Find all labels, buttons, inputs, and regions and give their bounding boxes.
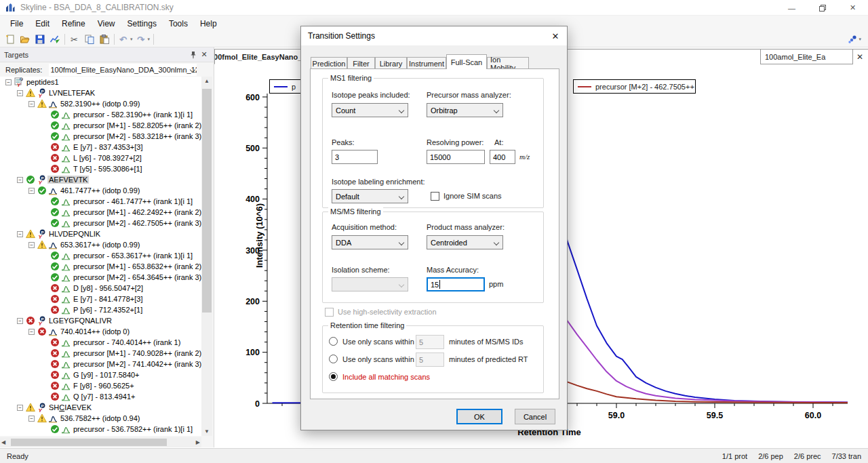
tree-row[interactable]: −PYLVNELTEFAK: [0, 87, 202, 98]
ok-button[interactable]: OK: [456, 409, 502, 424]
tree-row[interactable]: P [y6] - 712.4352+[1]: [0, 304, 202, 315]
new-document-icon[interactable]: [3, 33, 18, 46]
tree-row[interactable]: E [y7] - 837.4353+[3]: [0, 142, 202, 153]
share-caret-icon[interactable]: ▾: [859, 37, 861, 42]
product-analyzer-dropdown[interactable]: Centroided: [427, 235, 503, 249]
redo-icon[interactable]: ↷: [134, 33, 149, 46]
ignore-sim-checkbox[interactable]: [431, 192, 439, 201]
menu-item-settings[interactable]: Settings: [121, 16, 163, 31]
tree-row[interactable]: −536.7582++ (idotp 0.94): [0, 413, 202, 424]
expander-icon[interactable]: −: [17, 90, 23, 96]
redo-caret-icon[interactable]: ▾: [148, 37, 151, 42]
tree-row[interactable]: precursor [M+2] - 583.3218++ (irank 3): [0, 131, 202, 142]
dialog-tab-filter[interactable]: Filter: [347, 57, 375, 69]
dialog-tab-full-scan[interactable]: Full-Scan: [446, 54, 487, 69]
rt-all-scans-radio[interactable]: [329, 372, 338, 381]
tree-row[interactable]: −PYLGEYGFQNALIVR: [0, 315, 202, 326]
targets-close-icon[interactable]: ✕: [199, 49, 210, 60]
tree-row[interactable]: −461.7477++ (idotp 0.99): [0, 185, 202, 196]
import-results-icon[interactable]: [47, 33, 62, 46]
tree-row[interactable]: precursor [M+1] - 740.9028++ (irank 2): [0, 348, 202, 359]
acquisition-method-dropdown[interactable]: DDA: [332, 235, 408, 249]
tree-row[interactable]: precursor - 740.4014++ (irank 1): [0, 337, 202, 348]
scroll-left-icon[interactable]: ◀: [1, 439, 5, 445]
menu-item-refine[interactable]: Refine: [56, 16, 92, 31]
close-button[interactable]: ✕: [837, 0, 868, 16]
restore-button[interactable]: [807, 0, 837, 16]
minimize-button[interactable]: ―: [776, 0, 807, 16]
resolving-power-input[interactable]: 15000: [427, 150, 485, 164]
open-file-icon[interactable]: [18, 33, 33, 46]
tree-row[interactable]: precursor - 582.3190++ (irank 1)[i 1]: [0, 109, 202, 120]
menu-item-tools[interactable]: Tools: [163, 16, 194, 31]
expander-icon[interactable]: −: [5, 79, 12, 85]
tree-row[interactable]: precursor - 653.3617++ (irank 1)[i 1]: [0, 250, 202, 261]
tree-row[interactable]: D [y8] - 956.5047+[2]: [0, 283, 202, 294]
menu-item-file[interactable]: File: [4, 16, 29, 31]
expander-icon[interactable]: −: [17, 231, 23, 237]
tree-row[interactable]: precursor - 461.7477++ (irank 1)[i 1]: [0, 196, 202, 207]
tree-row[interactable]: L [y6] - 708.3927+[2]: [0, 153, 202, 163]
scroll-thumb[interactable]: [202, 89, 212, 313]
scroll-right-icon[interactable]: ▶: [196, 439, 200, 445]
replicates-dropdown[interactable]: 100fmol_Elite_EasyNano_DDA_300nlmn_12: [49, 64, 197, 76]
cancel-button[interactable]: Cancel: [515, 409, 555, 424]
rt-msms-ids-radio[interactable]: [329, 337, 338, 346]
tree-row[interactable]: precursor [M+1] - 462.2492++ (irank 2): [0, 207, 202, 218]
precursor-analyzer-dropdown[interactable]: Orbitrap: [427, 103, 503, 117]
tree-row[interactable]: F [y8] - 960.5625+: [0, 380, 202, 391]
copy-icon[interactable]: [82, 33, 97, 46]
at-mz-input[interactable]: 400: [490, 150, 515, 164]
scroll-down-icon[interactable]: ▼: [204, 428, 210, 435]
tree-row[interactable]: −740.4014++ (idotp 0): [0, 326, 202, 337]
tree-row[interactable]: precursor - 536.7582++ (irank 1)[i 1]: [0, 424, 202, 435]
tree-row[interactable]: T [y5] - 595.3086+[1]: [0, 163, 202, 174]
isotope-peaks-dropdown[interactable]: Count: [332, 103, 408, 117]
tree-row[interactable]: E [y7] - 841.4778+[3]: [0, 294, 202, 304]
enrichment-dropdown[interactable]: Default: [332, 189, 408, 203]
tree-row[interactable]: −PYSHCIAEVEK: [0, 402, 202, 413]
dialog-tab-prediction[interactable]: Prediction: [311, 57, 347, 69]
tree-horizontal-scrollbar[interactable]: ◀ ▶: [0, 437, 201, 447]
expander-icon[interactable]: −: [28, 188, 35, 194]
expander-icon[interactable]: −: [17, 405, 23, 411]
tree-row[interactable]: precursor [M+2] - 462.7505++ (irank 3): [0, 218, 202, 228]
expander-icon[interactable]: −: [28, 242, 35, 248]
tree-row[interactable]: −582.3190++ (idotp 0.99): [0, 98, 202, 109]
tree-row[interactable]: precursor [M+2] - 741.4042++ (irank 3): [0, 359, 202, 369]
scroll-thumb[interactable]: [11, 439, 167, 446]
dialog-tab-ion-mobility[interactable]: Ion Mobility: [487, 57, 529, 69]
scroll-up-icon[interactable]: ▲: [204, 78, 210, 84]
rt-predicted-radio[interactable]: [329, 355, 338, 363]
cut-icon[interactable]: ✂: [67, 33, 82, 46]
dialog-tab-library[interactable]: Library: [375, 57, 407, 69]
save-icon[interactable]: [33, 33, 47, 46]
paste-icon[interactable]: [97, 33, 112, 46]
tree-row[interactable]: −653.3617++ (idotp 0.99): [0, 239, 202, 250]
expander-icon[interactable]: −: [28, 416, 35, 422]
menu-item-view[interactable]: View: [92, 16, 121, 31]
share-icon[interactable]: [845, 33, 860, 46]
tree-row[interactable]: −PYAEFVEVTK: [0, 174, 202, 185]
peaks-input[interactable]: 3: [332, 150, 378, 164]
tree-row[interactable]: precursor [M+1] - 653.8632++ (irank 2): [0, 261, 202, 272]
expander-icon[interactable]: −: [17, 318, 23, 324]
tree-row[interactable]: precursor [M+1] - 582.8205++ (irank 2): [0, 120, 202, 131]
tree-row[interactable]: Q [y7] - 813.4941+: [0, 391, 202, 402]
tree-row[interactable]: −PYHLVDEPQNLIK: [0, 228, 202, 239]
tree-vertical-scrollbar[interactable]: ▲ ▼: [201, 77, 212, 436]
expander-icon[interactable]: −: [28, 329, 35, 335]
dialog-tab-instrument[interactable]: Instrument: [407, 57, 446, 69]
pin-icon[interactable]: [188, 49, 199, 60]
expander-icon[interactable]: −: [28, 101, 35, 107]
tree-row[interactable]: precursor [M+2] - 654.3645++ (irank 3): [0, 272, 202, 283]
tree-row[interactable]: −PYpeptides1: [0, 77, 202, 87]
dialog-close-icon[interactable]: ✕: [545, 27, 566, 45]
menu-item-edit[interactable]: Edit: [29, 16, 56, 31]
undo-caret-icon[interactable]: ▾: [130, 37, 133, 42]
expander-icon[interactable]: −: [17, 177, 23, 183]
mass-accuracy-input[interactable]: 15: [427, 277, 485, 291]
undo-icon[interactable]: ↶: [117, 33, 132, 46]
menu-item-help[interactable]: Help: [194, 16, 223, 31]
tree-row[interactable]: G [y9] - 1017.5840+: [0, 369, 202, 380]
